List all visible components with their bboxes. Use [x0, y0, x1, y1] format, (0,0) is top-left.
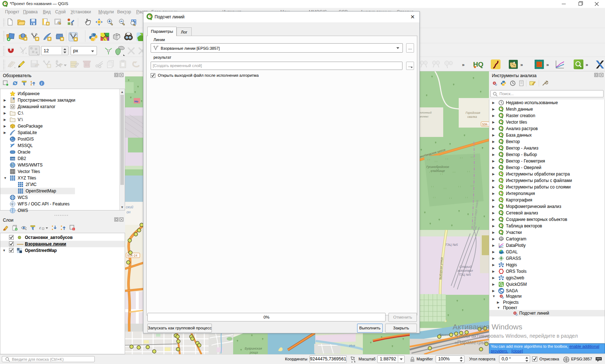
svg-text:DB2: DB2 [11, 157, 15, 160]
svg-text:ТЭЦ №5: ТЭЦ №5 [445, 243, 458, 247]
svg-text:мплекс: мплекс [419, 115, 429, 118]
svg-text:ε: ε [39, 225, 41, 230]
svg-text:Старый: Старый [459, 265, 472, 268]
svg-text:50К-: 50К- [482, 123, 488, 126]
svg-text:V: V [11, 203, 13, 206]
svg-text:Гусинобродское: Гусинобродское [426, 165, 449, 169]
svg-text:роща: роща [249, 351, 258, 354]
svg-text:Иня: Иня [349, 344, 355, 347]
svg-text:он: он [126, 210, 131, 214]
svg-text:тлонный: тлонный [419, 111, 432, 114]
svg-text:ский: ский [126, 205, 133, 209]
svg-text:ТЭЦ №5: ТЭЦ №5 [459, 273, 471, 276]
svg-text:GDAL: GDAL [499, 252, 504, 254]
svg-text:Но: Но [134, 100, 138, 103]
svg-text:кладбище: кладбище [431, 169, 445, 173]
svg-text:i: i [41, 81, 42, 85]
svg-text:50К-24: 50К-24 [127, 254, 137, 257]
svg-text:a: a [71, 22, 73, 26]
svg-text:Бугринская: Бугринская [245, 347, 262, 350]
svg-text:свалка: свалка [467, 115, 477, 119]
svg-text:Городская: Городская [466, 111, 480, 115]
svg-text:золоотвал: золоотвал [457, 269, 473, 272]
